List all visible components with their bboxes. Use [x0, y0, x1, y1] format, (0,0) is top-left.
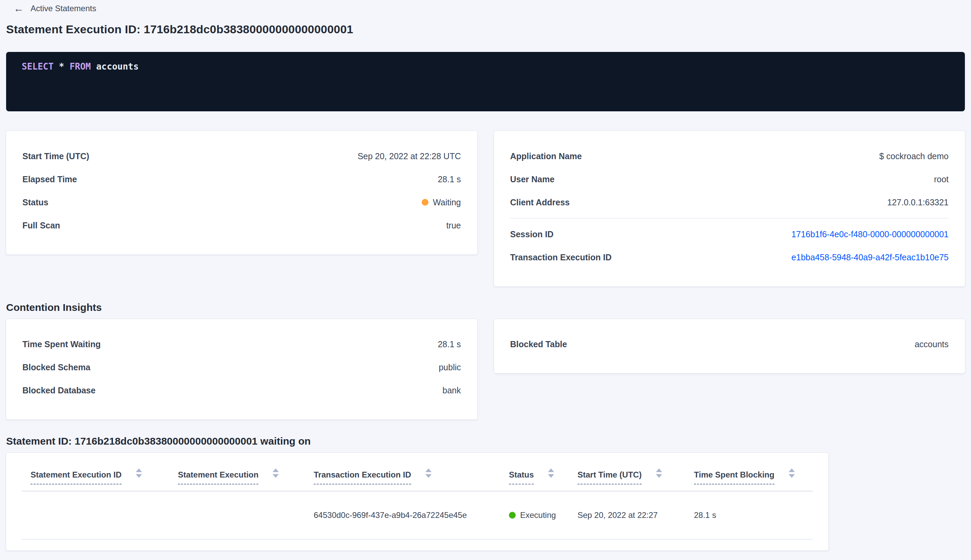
elapsed-time-row: Elapsed Time 28.1 s	[22, 168, 461, 191]
column-header-statement-execution[interactable]: Statement Execution	[169, 453, 305, 491]
column-header-label: Start Time (UTC)	[577, 470, 642, 485]
blocked-schema-row: Blocked Schema public	[22, 356, 461, 379]
sort-asc-arrow	[548, 468, 554, 472]
sql-text: accounts	[91, 62, 139, 72]
column-header-label: Time Spent Blocking	[694, 470, 774, 485]
user-name-row: User Name root	[510, 168, 949, 191]
status-text: Waiting	[433, 198, 461, 207]
details-cards-row: Start Time (UTC) Sep 20, 2022 at 22:28 U…	[6, 131, 965, 287]
status-label: Status	[22, 198, 48, 207]
statement-execution-page: ← Active Statements Statement Execution …	[0, 3, 971, 550]
sort-desc-arrow	[548, 474, 554, 478]
time-spent-waiting-value: 28.1 s	[438, 339, 461, 349]
start-time-row: Start Time (UTC) Sep 20, 2022 at 22:28 U…	[22, 145, 461, 168]
full-scan-row: Full Scan true	[22, 214, 461, 237]
sort-desc-arrow	[789, 474, 795, 478]
table-header-row: Statement Execution ID Statement Executi…	[22, 453, 813, 492]
sql-text: *	[53, 62, 70, 72]
sort-asc-arrow	[425, 468, 432, 472]
cell-status-text: Executing	[520, 510, 556, 520]
column-header-transaction-execution-id[interactable]: Transaction Execution ID	[305, 453, 500, 491]
column-header-label: Transaction Execution ID	[314, 470, 411, 485]
client-address-value: 127.0.0.1:63321	[887, 198, 949, 207]
sort-asc-arrow	[136, 468, 142, 472]
session-id-link[interactable]: 1716b1f6-4e0c-f480-0000-000000000001	[791, 230, 949, 239]
session-id-label: Session ID	[510, 230, 554, 239]
breadcrumb[interactable]: ← Active Statements	[13, 3, 96, 13]
sort-icon	[656, 468, 662, 478]
user-name-value: root	[934, 175, 949, 184]
transaction-execution-id-link[interactable]: e1bba458-5948-40a9-a42f-5feac1b10e75	[791, 253, 949, 262]
sort-icon	[273, 468, 279, 478]
sort-asc-arrow	[789, 468, 795, 472]
cell-status: Executing	[500, 492, 569, 539]
sort-icon	[425, 468, 432, 478]
sort-asc-arrow	[273, 468, 279, 472]
blocked-table-row: Blocked Table accounts	[510, 333, 949, 356]
start-time-label: Start Time (UTC)	[22, 152, 89, 161]
sort-desc-arrow	[656, 474, 662, 478]
blocked-schema-value: public	[439, 362, 461, 372]
waiting-status-icon	[422, 199, 429, 206]
blocked-table-label: Blocked Table	[510, 339, 567, 349]
cell-start-time: Sep 20, 2022 at 22:27	[569, 492, 685, 539]
blocked-schema-label: Blocked Schema	[22, 362, 90, 372]
time-spent-waiting-label: Time Spent Waiting	[22, 339, 101, 349]
session-id-row: Session ID 1716b1f6-4e0c-f480-0000-00000…	[510, 223, 949, 246]
column-header-statement-execution-id[interactable]: Statement Execution ID	[22, 453, 169, 491]
column-header-label: Statement Execution ID	[30, 470, 122, 485]
waiting-on-table: Statement Execution ID Statement Executi…	[6, 453, 828, 550]
status-value: Waiting	[422, 198, 461, 207]
table-row: 64530d0c-969f-437e-a9b4-26a72245e45e Exe…	[22, 492, 813, 540]
card-divider	[510, 218, 949, 218]
elapsed-time-label: Elapsed Time	[22, 175, 77, 184]
statement-query-box: SELECT * FROM accounts	[6, 52, 965, 111]
application-name-label: Application Name	[510, 152, 582, 161]
client-address-label: Client Address	[510, 198, 570, 207]
session-details-card: Application Name $ cockroach demo User N…	[494, 131, 965, 287]
sort-icon	[548, 468, 554, 478]
start-time-value: Sep 20, 2022 at 22:28 UTC	[357, 152, 461, 161]
column-header-label: Statement Execution	[178, 470, 259, 485]
blocked-database-row: Blocked Database bank	[22, 379, 461, 402]
column-header-start-time[interactable]: Start Time (UTC)	[569, 453, 685, 491]
sort-asc-arrow	[656, 468, 662, 472]
sql-keyword: FROM	[70, 62, 91, 72]
sort-desc-arrow	[273, 474, 279, 478]
execution-details-card: Start Time (UTC) Sep 20, 2022 at 22:28 U…	[6, 131, 477, 255]
sort-desc-arrow	[136, 474, 142, 478]
user-name-label: User Name	[510, 175, 555, 184]
back-arrow-icon: ←	[13, 3, 24, 13]
full-scan-value: true	[446, 221, 461, 230]
cell-statement-execution-id	[22, 492, 169, 539]
cell-statement-execution	[169, 492, 305, 539]
sort-icon	[136, 468, 142, 478]
sort-icon	[789, 468, 795, 478]
column-header-label: Status	[509, 470, 534, 485]
contention-insights-heading: Contention Insights	[6, 302, 965, 313]
blocked-database-label: Blocked Database	[22, 385, 95, 395]
blocked-database-value: bank	[442, 385, 461, 395]
column-header-time-spent-blocking[interactable]: Time Spent Blocking	[685, 453, 813, 491]
client-address-row: Client Address 127.0.0.1:63321	[510, 191, 949, 214]
breadcrumb-label: Active Statements	[30, 4, 96, 13]
full-scan-label: Full Scan	[22, 221, 60, 230]
sort-desc-arrow	[425, 474, 432, 478]
page-title: Statement Execution ID: 1716b218dc0b3838…	[6, 22, 965, 36]
waiting-on-heading: Statement ID: 1716b218dc0b38380000000000…	[6, 435, 965, 447]
transaction-execution-id-label: Transaction Execution ID	[510, 253, 612, 262]
elapsed-time-value: 28.1 s	[438, 175, 461, 184]
time-spent-waiting-row: Time Spent Waiting 28.1 s	[22, 333, 461, 356]
application-name-row: Application Name $ cockroach demo	[510, 145, 949, 168]
cell-transaction-execution-id: 64530d0c-969f-437e-a9b4-26a72245e45e	[305, 492, 500, 539]
application-name-value: $ cockroach demo	[879, 152, 949, 161]
executing-status-icon	[509, 512, 516, 518]
blocked-table-card: Blocked Table accounts	[494, 319, 965, 373]
sql-keyword: SELECT	[22, 62, 53, 72]
contention-waiting-card: Time Spent Waiting 28.1 s Blocked Schema…	[6, 319, 477, 420]
contention-cards-row: Time Spent Waiting 28.1 s Blocked Schema…	[6, 319, 965, 420]
transaction-execution-id-row: Transaction Execution ID e1bba458-5948-4…	[510, 246, 949, 269]
blocked-table-value: accounts	[915, 339, 949, 349]
status-row: Status Waiting	[22, 191, 461, 214]
column-header-status[interactable]: Status	[500, 453, 569, 491]
